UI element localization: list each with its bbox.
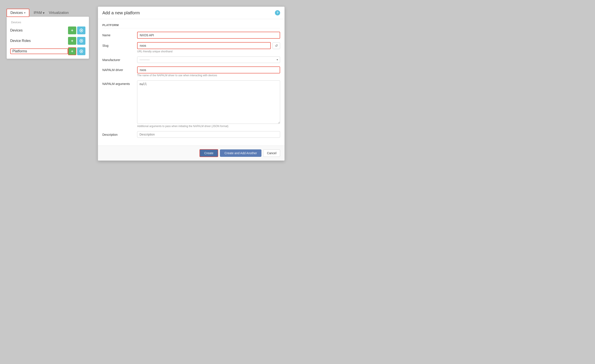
dropdown-item-device-roles-actions: + (68, 37, 85, 45)
napalm-args-label: NAPALM arguments (102, 80, 137, 86)
name-input[interactable] (137, 32, 280, 39)
name-control-wrap (137, 32, 280, 39)
dropdown-item-platforms-actions: + (68, 47, 85, 55)
device-roles-view-icon (79, 39, 84, 43)
slug-hint: URL-friendly unique shorthand (137, 50, 280, 53)
name-label: Name (102, 32, 137, 37)
devices-view-button[interactable] (77, 27, 85, 34)
devices-nav-button[interactable]: Devices ▾ (7, 9, 29, 17)
virtualization-nav-link[interactable]: Virtualization (49, 11, 69, 15)
modal-footer: Create Create and Add Another Cancel (98, 146, 284, 161)
description-control-wrap (137, 131, 280, 138)
ipam-nav-link[interactable]: IPAM ▾ (34, 11, 44, 15)
left-panel: Devices ▾ IPAM ▾ Virtualization Devices … (7, 9, 89, 59)
create-and-add-another-button[interactable]: Create and Add Another (220, 149, 262, 157)
napalm-args-control-wrap: null Additional arguments to pass when i… (137, 80, 280, 128)
dropdown-item-devices-label: Devices (10, 28, 68, 32)
dropdown-section-label: Devices (7, 19, 89, 25)
slug-label: Slug (102, 42, 137, 47)
napalm-driver-highlighted-box (137, 66, 280, 73)
napalm-driver-input-wrap: The name of the NAPALM driver to use whe… (137, 66, 280, 77)
devices-add-button[interactable]: + (68, 27, 76, 34)
device-roles-add-button[interactable]: + (68, 37, 76, 45)
description-label: Description (102, 131, 137, 136)
help-icon[interactable]: ? (275, 10, 280, 15)
napalm-driver-input[interactable] (138, 67, 280, 73)
device-roles-view-button[interactable] (77, 37, 85, 45)
svg-point-1 (81, 30, 82, 31)
modal-header: Add a new platform ? (98, 7, 284, 19)
name-form-group: Name (102, 32, 280, 39)
devices-caret-icon: ▾ (24, 11, 25, 14)
right-panel: Add a new platform ? Platform Name Slug … (98, 7, 285, 161)
modal-body: Platform Name Slug ↺ URL-friendly unique… (98, 19, 284, 146)
create-button[interactable]: Create (199, 149, 218, 157)
description-form-group: Description (102, 131, 280, 138)
devices-dropdown-menu: Devices Devices + Device Roles + (7, 16, 89, 59)
modal-title: Add a new platform (102, 10, 140, 15)
cancel-button[interactable]: Cancel (263, 149, 280, 157)
napalm-driver-label: NAPALM driver (102, 66, 137, 72)
dropdown-item-platforms-label: Platforms (10, 49, 68, 54)
platforms-view-icon (79, 49, 84, 53)
napalm-args-textarea[interactable]: null (137, 80, 280, 124)
platform-section-heading: Platform (102, 23, 280, 28)
napalm-args-form-group: NAPALM arguments null Additional argumen… (102, 80, 280, 128)
manufacturer-select-wrap: ---------- ▾ (137, 56, 280, 63)
platforms-add-button[interactable]: + (68, 47, 76, 55)
slug-refresh-button[interactable]: ↺ (273, 42, 280, 49)
dropdown-item-device-roles[interactable]: Device Roles + (7, 36, 89, 46)
svg-point-5 (81, 40, 82, 42)
nav-bar: Devices ▾ IPAM ▾ Virtualization (7, 9, 89, 17)
napalm-driver-form-group: NAPALM driver The name of the NAPALM dri… (102, 66, 280, 77)
napalm-args-hint: Additional arguments to pass when initia… (137, 125, 280, 128)
add-platform-modal: Add a new platform ? Platform Name Slug … (98, 7, 285, 161)
slug-form-group: Slug ↺ URL-friendly unique shorthand (102, 42, 280, 53)
dropdown-item-devices-actions: + (68, 27, 85, 34)
devices-nav-label: Devices (10, 11, 23, 15)
description-input[interactable] (137, 131, 280, 138)
slug-control-wrap: ↺ URL-friendly unique shorthand (137, 42, 280, 53)
svg-point-7 (81, 51, 82, 52)
platforms-view-button[interactable] (77, 47, 85, 55)
slug-input[interactable] (137, 42, 271, 49)
manufacturer-label: Manufacturer (102, 56, 137, 62)
devices-view-icon (79, 28, 84, 33)
dropdown-item-device-roles-label: Device Roles (10, 39, 68, 43)
ipam-caret-icon: ▾ (43, 11, 44, 15)
napalm-driver-hint: The name of the NAPALM driver to use whe… (137, 74, 217, 77)
manufacturer-form-group: Manufacturer ---------- ▾ (102, 56, 280, 63)
slug-row: ↺ (137, 42, 280, 49)
dropdown-item-devices[interactable]: Devices + (7, 25, 89, 36)
manufacturer-control-wrap: ---------- ▾ (137, 56, 280, 63)
manufacturer-select[interactable]: ---------- (137, 56, 280, 63)
dropdown-item-platforms[interactable]: Platforms + (7, 46, 89, 56)
